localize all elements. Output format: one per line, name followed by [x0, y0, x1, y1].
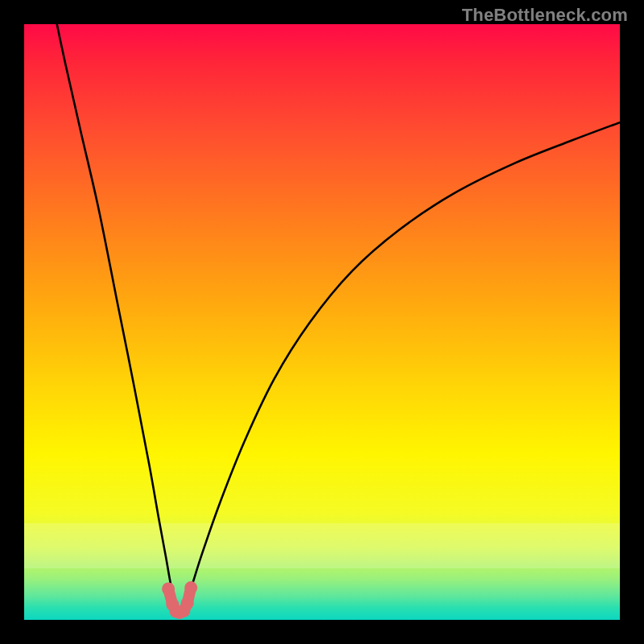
valley-marker — [168, 588, 191, 613]
plot-area — [24, 24, 620, 620]
curve-left — [57, 24, 177, 609]
curve-layer — [24, 24, 620, 620]
watermark-text: TheBottleneck.com — [462, 5, 628, 26]
valley-marker-dot — [173, 606, 186, 619]
chart-stage: TheBottleneck.com — [0, 0, 644, 644]
valley-marker-dot — [166, 598, 179, 611]
valley-marker-dot — [177, 605, 190, 617]
curve-right — [183, 122, 620, 609]
pale-band — [24, 523, 620, 568]
valley-marker-dot — [181, 597, 194, 609]
valley-marker-dot — [170, 605, 183, 618]
valley-marker-dot — [184, 581, 197, 594]
valley-marker-dots — [162, 581, 197, 619]
valley-marker-dot — [162, 583, 175, 596]
